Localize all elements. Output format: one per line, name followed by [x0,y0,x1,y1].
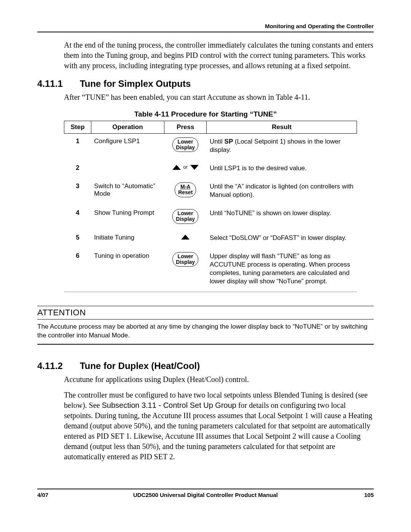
press-cell [164,230,207,248]
up-arrow-icon [181,235,190,240]
operation-text: Tuning in operation [91,248,164,292]
result-text: Until SP (Local Setpoint 1) shows in the… [207,134,357,161]
up-arrow-icon [172,165,181,170]
heading-title: Tune for Duplex (Heat/Cool) [80,361,200,371]
intro-paragraph: At the end of the tuning process, the co… [64,40,374,71]
result-bold: SP [225,138,233,145]
lower-display-key: Lower Display [172,137,198,152]
result-pre: Until [210,138,225,145]
operation-text: Show Tuning Prompt [91,205,164,230]
sec-4-11-2-para1: Accutune for applications using Duplex (… [64,374,374,385]
step-num: 2 [64,160,91,179]
result-text: Select “DoSLOW” or “DoFAST” in lower dis… [207,230,357,248]
col-operation: Operation [91,121,164,134]
page-footer: 4/07 UDC2500 Universal Digital Controlle… [37,489,374,498]
footer-title: UDC2500 Universal Digital Controller Pro… [68,492,343,498]
operation-text: Initiate Tuning [91,230,164,248]
sec-4-11-2-para2: The controller must be configured to hav… [64,390,374,462]
attention-box: ATTENTION The Accutune process may be ab… [37,306,374,345]
heading-number: 4.11.1 [37,78,77,89]
down-arrow-icon [190,165,199,170]
keycap-line2: Display [176,144,195,150]
attention-rule-bottom [37,344,374,345]
attention-title: ATTENTION [37,306,374,319]
result-text: Until LSP1 is to the desired value. [207,160,357,179]
table-row: 5 Initiate Tuning Select “DoSLOW” or “Do… [64,230,357,248]
keycap-line1: Lower [178,210,193,216]
table-row: 2 or Until LSP1 is to the desired value. [64,160,357,179]
operation-text: Configure LSP1 [91,134,164,161]
keycap-line2: Reset [178,189,193,195]
step-num: 5 [64,230,91,248]
lower-display-key: Lower Display [172,252,198,267]
step-num: 4 [64,205,91,230]
result-text: Upper display will flash “TUNE” as long … [207,248,357,292]
lower-display-key: Lower Display [172,209,198,224]
keycap-line2: Display [176,259,195,265]
operation-text: Switch to “Automatic” Mode [91,179,164,205]
press-cell: Lower Display [164,205,207,230]
running-head: Monitoring and Operating the Controller [37,23,374,32]
heading-4-11-1: 4.11.1 Tune for Simplex Outputs [37,78,374,89]
para2-crossref: Subsection 3.11 - Control Set Up Group [102,401,236,409]
step-num: 1 [64,134,91,161]
press-cell: M-A Reset [164,179,207,205]
heading-title: Tune for Simplex Outputs [80,78,191,89]
press-cell: or [164,160,207,179]
col-press: Press [164,121,207,134]
ma-reset-key: M-A Reset [175,182,196,197]
keycap-line2: Display [176,216,195,222]
keycap-line1: M-A [180,184,190,190]
procedure-table: Step Operation Press Result 1 Configure … [64,121,357,292]
keycap-line1: Lower [178,139,193,145]
or-text: or [183,164,188,170]
para2-text-b: for details on configuring two local set… [64,401,372,461]
result-text: Until “NoTUNE” is shown on lower display… [207,205,357,230]
step-num: 6 [64,248,91,292]
header-rule [37,32,374,32]
col-result: Result [207,121,357,134]
table-row: 3 Switch to “Automatic” Mode M-A Reset U… [64,179,357,205]
sec-4-11-1-para: After “TUNE” has been enabled, you can s… [64,92,374,102]
table-row: 4 Show Tuning Prompt Lower Display Until… [64,205,357,230]
press-cell: Lower Display [164,248,207,292]
table-caption: Table 4-11 Procedure for Starting “TUNE” [37,110,374,118]
result-text: Until the “A” indicator is lighted (on c… [207,179,357,205]
attention-body: The Accutune process may be aborted at a… [37,320,374,344]
step-num: 3 [64,179,91,205]
heading-4-11-2: 4.11.2 Tune for Duplex (Heat/Cool) [37,361,374,371]
table-row: 6 Tuning in operation Lower Display Uppe… [64,248,357,292]
operation-text [91,160,164,179]
heading-number: 4.11.2 [37,361,77,371]
keycap-line1: Lower [178,253,193,259]
footer-date: 4/07 [37,492,68,498]
press-cell: Lower Display [164,134,207,161]
footer-page-number: 105 [343,492,374,498]
col-step: Step [64,121,91,134]
table-row: 1 Configure LSP1 Lower Display Until SP … [64,134,357,161]
